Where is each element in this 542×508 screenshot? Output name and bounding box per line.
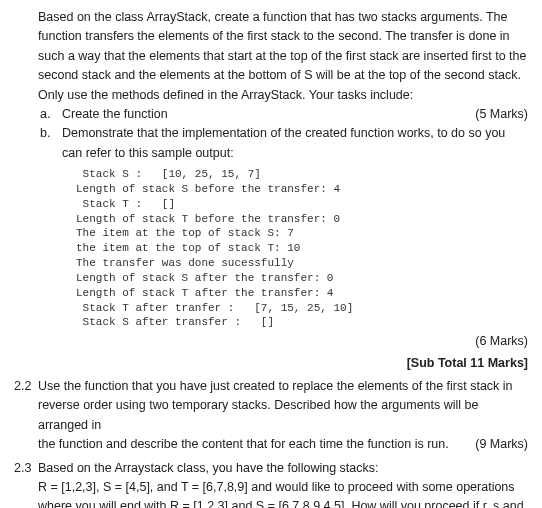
q22-number: 2.2: [14, 377, 38, 455]
q21-intro: Based on the class ArrayStack, create a …: [14, 8, 528, 105]
q21a-marks: (5 Marks): [467, 105, 528, 124]
q21b-marks: (6 Marks): [62, 332, 528, 351]
subtotal-marks: [Sub Total 11 Marks]: [14, 354, 528, 373]
q21b-text: Demonstrate that the implementation of t…: [62, 124, 528, 163]
q21a-text: Create the function: [62, 105, 467, 124]
q21a-letter: a.: [38, 105, 62, 124]
q23-text-p1: Based on the Arraystack class, you have …: [38, 459, 528, 478]
q22-text-line1: Use the function that you have just crea…: [38, 377, 528, 435]
q22-marks: (9 Marks): [467, 435, 528, 454]
sample-output-code: Stack S : [10, 25, 15, 7] Length of stac…: [62, 163, 528, 332]
q23-text-p2: R = [1,2,3], S = [4,5], and T = [6,7,8,9…: [38, 478, 528, 508]
q23-number: 2.3: [14, 459, 38, 508]
q22-text-line2: the function and describe the content th…: [38, 435, 449, 454]
q21b-letter: b.: [38, 124, 62, 163]
